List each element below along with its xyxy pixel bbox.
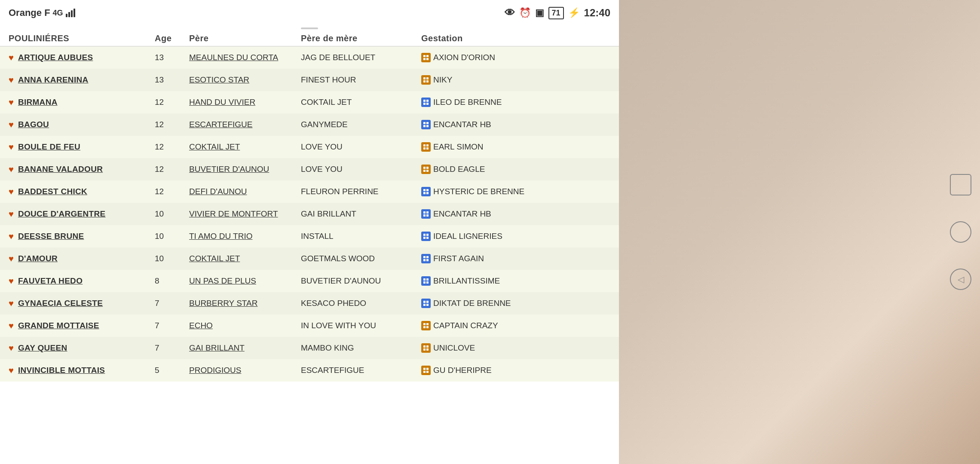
status-bar: Orange F 4G 👁 ⏰ ▣ 71 ⚡ 12:40 bbox=[0, 0, 619, 26]
col-header-age: Age bbox=[155, 34, 189, 43]
table-row[interactable]: ♥ D'AMOUR 10 COKTAIL JET GOETMALS WOOD F… bbox=[0, 247, 619, 270]
cell-pere: TI AMO DU TRIO bbox=[189, 232, 301, 241]
cell-gestation: DIKTAT DE BRENNE bbox=[421, 299, 550, 308]
geo-icon bbox=[421, 343, 431, 353]
table-row[interactable]: ♥ BADDEST CHICK 12 DEFI D'AUNOU FLEURON … bbox=[0, 180, 619, 203]
geo-icon bbox=[421, 120, 431, 129]
cell-name: ♥ GAY QUEEN bbox=[9, 343, 155, 353]
svg-rect-18 bbox=[423, 147, 426, 150]
mare-name: GRANDE MOTTAISE bbox=[18, 321, 99, 330]
svg-rect-25 bbox=[426, 189, 429, 191]
table-row[interactable]: ♥ GAY QUEEN 7 GAI BRILLANT MAMBO KING UN… bbox=[0, 337, 619, 359]
heart-icon: ♥ bbox=[9, 321, 14, 331]
cell-name: ♥ D'AMOUR bbox=[9, 254, 155, 264]
heart-icon: ♥ bbox=[9, 75, 14, 85]
svg-rect-16 bbox=[423, 144, 426, 147]
back-nav-button[interactable]: ◁ bbox=[950, 269, 971, 290]
cell-gestation: UNICLOVE bbox=[421, 343, 550, 353]
cell-gestation: GU D'HERIPRE bbox=[421, 366, 550, 375]
table-row[interactable]: ♥ GYNAECIA CELESTE 7 BURBERRY STAR KESAC… bbox=[0, 292, 619, 314]
cell-name: ♥ DOUCE D'ARGENTRE bbox=[9, 209, 155, 219]
table-row[interactable]: ♥ DEESSE BRUNE 10 TI AMO DU TRIO INSTALL… bbox=[0, 225, 619, 247]
svg-rect-52 bbox=[423, 345, 426, 348]
cell-pere: COKTAIL JET bbox=[189, 142, 301, 152]
cell-name: ♥ BAGOU bbox=[9, 120, 155, 130]
svg-rect-42 bbox=[423, 281, 426, 284]
svg-rect-17 bbox=[426, 144, 429, 147]
svg-rect-24 bbox=[423, 189, 426, 191]
svg-rect-45 bbox=[426, 301, 429, 303]
gestation-name: ILEO DE BRENNE bbox=[433, 98, 502, 107]
cell-mere: IN LOVE WITH YOU bbox=[301, 321, 421, 330]
mare-name: BADDEST CHICK bbox=[18, 187, 87, 196]
geo-icon bbox=[421, 276, 431, 286]
cell-age: 10 bbox=[155, 209, 189, 219]
gestation-name: IDEAL LIGNERIES bbox=[433, 232, 502, 241]
geo-icon bbox=[421, 299, 431, 308]
cell-gestation: CAPTAIN CRAZY bbox=[421, 321, 550, 330]
table-row[interactable]: ♥ BAGOU 12 ESCARTEFIGUE GANYMEDE ENCANTA… bbox=[0, 113, 619, 136]
heart-icon: ♥ bbox=[9, 276, 14, 286]
col-header-pere: Père bbox=[189, 34, 301, 43]
table-row[interactable]: ♥ ARTIQUE AUBUES 13 MEAULNES DU CORTA JA… bbox=[0, 46, 619, 69]
svg-rect-35 bbox=[426, 237, 429, 239]
mare-name: BAGOU bbox=[18, 120, 49, 129]
heart-icon: ♥ bbox=[9, 366, 14, 375]
cell-pere: COKTAIL JET bbox=[189, 254, 301, 263]
gestation-name: CAPTAIN CRAZY bbox=[433, 321, 498, 330]
cell-name: ♥ DEESSE BRUNE bbox=[9, 232, 155, 241]
carrier-text: Orange F bbox=[9, 7, 50, 18]
table-row[interactable]: ♥ DOUCE D'ARGENTRE 10 VIVIER DE MONTFORT… bbox=[0, 203, 619, 225]
cell-pere: VIVIER DE MONTFORT bbox=[189, 209, 301, 219]
table-row[interactable]: ♥ BANANE VALADOUR 12 BUVETIER D'AUNOU LO… bbox=[0, 158, 619, 180]
table-row[interactable]: ♥ ANNA KARENINA 13 ESOTICO STAR FINEST H… bbox=[0, 69, 619, 91]
cell-gestation: NIKY bbox=[421, 75, 550, 85]
cell-name: ♥ ANNA KARENINA bbox=[9, 75, 155, 85]
table-row[interactable]: ♥ INVINCIBLE MOTTAIS 5 PRODIGIOUS ESCART… bbox=[0, 359, 619, 382]
geo-icon bbox=[421, 53, 431, 62]
table-row[interactable]: ♥ GRANDE MOTTAISE 7 ECHO IN LOVE WITH YO… bbox=[0, 314, 619, 337]
table-row[interactable]: ♥ BIRMANA 12 HAND DU VIVIER COKTAIL JET … bbox=[0, 91, 619, 113]
svg-rect-0 bbox=[423, 55, 426, 57]
cell-mere: FLEURON PERRINE bbox=[301, 187, 421, 196]
cell-age: 8 bbox=[155, 276, 189, 286]
svg-rect-51 bbox=[426, 326, 429, 328]
circle-nav-button[interactable] bbox=[950, 221, 971, 243]
svg-rect-31 bbox=[426, 214, 429, 217]
cell-name: ♥ ARTIQUE AUBUES bbox=[9, 53, 155, 63]
geo-icon bbox=[421, 209, 431, 219]
cell-pere: BURBERRY STAR bbox=[189, 299, 301, 308]
heart-icon: ♥ bbox=[9, 209, 14, 219]
signal-bars bbox=[66, 9, 75, 17]
cell-name: ♥ GRANDE MOTTAISE bbox=[9, 321, 155, 331]
heart-icon: ♥ bbox=[9, 254, 14, 264]
cell-gestation: BRILLANTISSIME bbox=[421, 276, 550, 286]
gestation-name: ENCANTAR HB bbox=[433, 209, 491, 219]
svg-rect-38 bbox=[423, 259, 426, 261]
cell-pere: ECHO bbox=[189, 321, 301, 330]
mare-name: GAY QUEEN bbox=[18, 343, 67, 353]
gestation-name: NIKY bbox=[433, 75, 452, 85]
table-row[interactable]: ♥ FAUVETA HEDO 8 UN PAS DE PLUS BUVETIER… bbox=[0, 270, 619, 292]
svg-rect-34 bbox=[423, 237, 426, 239]
svg-rect-36 bbox=[423, 256, 426, 258]
mare-name: FAUVETA HEDO bbox=[18, 276, 83, 286]
svg-rect-44 bbox=[423, 301, 426, 303]
tab-bar bbox=[301, 27, 318, 29]
table-row[interactable]: ♥ BOULE DE FEU 12 COKTAIL JET LOVE YOU E… bbox=[0, 136, 619, 158]
heart-icon: ♥ bbox=[9, 98, 14, 107]
svg-rect-57 bbox=[426, 368, 429, 370]
cell-age: 13 bbox=[155, 75, 189, 85]
mare-name: DEESSE BRUNE bbox=[18, 232, 84, 241]
cell-name: ♥ BADDEST CHICK bbox=[9, 187, 155, 197]
cell-age: 10 bbox=[155, 254, 189, 263]
square-nav-button[interactable] bbox=[950, 174, 971, 195]
geo-icon bbox=[421, 254, 431, 263]
cell-gestation: ENCANTAR HB bbox=[421, 120, 550, 129]
mare-name: ARTIQUE AUBUES bbox=[18, 53, 93, 62]
cell-mere: GOETMALS WOOD bbox=[301, 254, 421, 263]
svg-rect-39 bbox=[426, 259, 429, 261]
cell-mere: LOVE YOU bbox=[301, 142, 421, 152]
svg-rect-13 bbox=[426, 122, 429, 124]
cell-mere: MAMBO KING bbox=[301, 343, 421, 353]
